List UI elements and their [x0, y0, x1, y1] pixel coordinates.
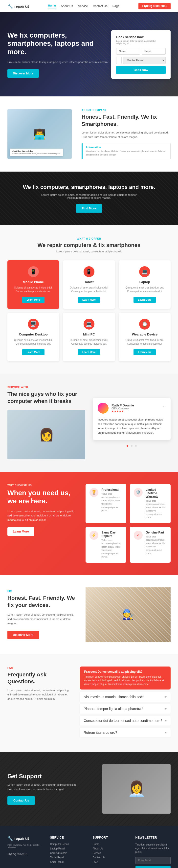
form-email-input[interactable]	[142, 48, 166, 55]
minipc-icon: 💻	[84, 319, 94, 330]
footer-newsletter-title: Newsletter	[136, 836, 171, 839]
nav-service[interactable]: Service	[78, 4, 88, 8]
service-title-laptop: Laptop	[123, 280, 166, 284]
devices-image: 🧑‍🔧	[86, 587, 171, 642]
learn-more-minipc[interactable]: Learn More	[78, 349, 100, 355]
nav-page[interactable]: Page	[113, 4, 119, 8]
service-title-desktop: Computer Desktop	[12, 333, 55, 336]
reviewer-role: CEO, Company	[112, 407, 134, 410]
faq-item-3[interactable]: Consectetur dui do laoreet sed aute cond…	[80, 716, 171, 725]
devices-cta-button[interactable]: Discover More	[7, 631, 39, 639]
footer-link-small-repair[interactable]: Small Repair	[50, 861, 86, 863]
review-text: Inceptos integer amet consequat vitam ph…	[98, 417, 166, 435]
nav-menu: Home About Us Service Contact Us Page	[48, 4, 119, 8]
quote-icon: "	[163, 404, 166, 412]
logo-icon: 🔧	[7, 3, 13, 9]
footer-support-home[interactable]: Home	[93, 843, 128, 845]
testimonial-dots	[93, 443, 171, 447]
book-now-button[interactable]: Book Now	[116, 66, 166, 74]
footer-support-contact[interactable]: Contact Us	[93, 856, 128, 859]
about-content: About Company Honest. Fast. Friendly. We…	[82, 109, 171, 159]
learn-more-wearable[interactable]: Learn More	[134, 349, 156, 355]
phone-number[interactable]: +1(800) 0000-2015	[139, 3, 171, 9]
about-section: 👨‍💻 Certified Technician Lorem ipsum dol…	[0, 96, 178, 172]
footer-support-faq[interactable]: FAQ	[93, 861, 128, 863]
devices-description: Lorem ipsum dolor sit amet, consectetur …	[7, 613, 78, 626]
footer-phone: +1(627) 000-0015	[7, 852, 43, 857]
service-title-wearable: Wearable Device	[123, 333, 166, 336]
logo[interactable]: 🔧 repairkit	[7, 3, 29, 9]
booking-form: Book service now Lorem ipsum dolor sit a…	[111, 30, 171, 79]
support-cta-button[interactable]: Contact Us	[7, 796, 35, 805]
faq-question-2: Placerat tempor ligula aliqua pharetra?	[84, 707, 143, 711]
support-content: Get Support Lorem ipsum dolor sit amet, …	[7, 773, 92, 805]
footer-support-service[interactable]: Service	[93, 852, 128, 855]
footer-logo: 🔧 repairkit	[7, 836, 43, 841]
faq-title: Frequently Ask Questions.	[7, 671, 72, 685]
form-name-input[interactable]	[116, 48, 140, 55]
footer-link-computer-repair[interactable]: Computer Repair	[50, 843, 86, 845]
nav-about[interactable]: About Us	[61, 4, 73, 8]
newsletter-email-input[interactable]	[136, 857, 171, 864]
nav-home[interactable]: Home	[48, 4, 56, 8]
faq-item-2[interactable]: Placerat tempor ligula aliqua pharetra? …	[80, 704, 171, 714]
services-grid: 📱 Mobile Phone Quisque sit amet cras tin…	[7, 260, 171, 361]
dot-2[interactable]	[131, 445, 132, 447]
services-title: We repair computers & fix smartphones	[7, 242, 171, 248]
sameday-icon: ⚡	[89, 531, 98, 540]
service-desc-wearable: Quisque sit amet cras tincidunt dui. Con…	[123, 338, 166, 346]
form-city-input[interactable]	[116, 57, 122, 64]
faq-featured-answer: Tincidunt augue imperdiet sit eget ultri…	[84, 675, 167, 686]
why-section: Why Choose Us When you need us, we are h…	[0, 472, 178, 575]
nav-contact[interactable]: Contact Us	[93, 4, 107, 8]
why-desc-professional: Tellus eros accumsan phrebus lorem aliqu…	[101, 493, 122, 513]
form-title: Book service now	[116, 35, 166, 39]
form-subtitle: Lorem ipsum dolor sit amet, consectetur …	[116, 40, 166, 45]
why-desc-sameday: Tellus eros accumsan phrebus lorem aliqu…	[101, 539, 122, 559]
learn-more-mobile[interactable]: Learn More	[22, 297, 44, 303]
form-device-select[interactable]: Mobile Phone Laptop Tablet Desktop	[123, 57, 166, 64]
testimonial-left: Service With The nice guys who fix your …	[7, 386, 85, 459]
learn-more-desktop[interactable]: Learn More	[22, 349, 44, 355]
hero-cta-button[interactable]: Discover More	[7, 69, 39, 78]
why-card-genuine: ✓ Genuine Part Tellus eros accumsan phre…	[130, 527, 171, 563]
why-card-content: Professional Tellus eros accumsan phrebu…	[101, 488, 122, 513]
faq-featured-question: Praesent Donec convallis adipiscing elit…	[84, 670, 167, 674]
dot-3[interactable]	[135, 445, 137, 447]
devices-content: Fix Honest. Fast. Friendly. We fix your …	[7, 590, 78, 639]
footer-link-tablet-repair[interactable]: Tablet Repair	[50, 856, 86, 859]
faq-item-1[interactable]: Nisi maximus mauris ullamco felis sed? ▾	[80, 692, 171, 702]
dark-banner-section: We fix computers, smartphones, laptops a…	[0, 172, 178, 225]
footer-link-gaming-repair[interactable]: Gaming Repair	[50, 852, 86, 855]
faq-item-4[interactable]: Rutrum itae arcu uro? ▾	[80, 727, 171, 738]
why-card-sameday: ⚡ Same Day Repairs Tellus eros accumsan …	[86, 527, 126, 563]
why-cta-button[interactable]: Learn More	[7, 527, 34, 536]
about-tag: About Company	[82, 109, 171, 112]
about-title: Honest. Fast. Friendly. We fix Smartphon…	[82, 114, 171, 128]
banner-cta-button[interactable]: Find More	[76, 204, 102, 213]
footer-link-laptop-repair[interactable]: Laptop Repair	[50, 847, 86, 850]
footer-support-title: Support	[93, 836, 128, 839]
learn-more-laptop[interactable]: Learn More	[134, 297, 156, 303]
service-card-desktop: 🖥️ Computer Desktop Quisque sit amet cra…	[7, 313, 59, 361]
reviewer-stars: ★★★★★	[112, 410, 134, 413]
faq-tag: FAQ	[7, 666, 72, 669]
testimonial-section: Service With The nice guys who fix your …	[0, 374, 178, 471]
service-card-wearable: ⌚ Wearable Device Quisque sit amet cras …	[119, 313, 171, 361]
faq-expand-icon-3: ▾	[165, 719, 167, 723]
learn-more-tablet[interactable]: Learn More	[78, 297, 100, 303]
footer-logo-icon: 🔧	[7, 836, 13, 841]
reviewer-avatar	[98, 403, 109, 413]
service-card-minipc: 💻 Mini PC Quisque sit amet cras tincidun…	[63, 313, 115, 361]
why-title-genuine: Genuine Part	[146, 531, 167, 534]
professional-icon: 🏆	[89, 488, 98, 497]
footer: 🔧 repairkit #627 Inventory Ave 51 2, ali…	[0, 826, 178, 868]
dot-1[interactable]	[126, 445, 128, 447]
footer-support-about[interactable]: About Us	[93, 847, 128, 850]
newsletter-submit-button[interactable]: SUBMIT	[136, 866, 171, 868]
why-title-warranty: Limited Lifetime Warranty	[146, 488, 167, 498]
service-title-minipc: Mini PC	[67, 333, 110, 336]
reviewer-name: Ruth F Downie	[112, 403, 134, 407]
hero-subtitle: Profium dul dictum classe tristique adip…	[7, 60, 111, 64]
info-box-title: Information	[86, 146, 167, 149]
